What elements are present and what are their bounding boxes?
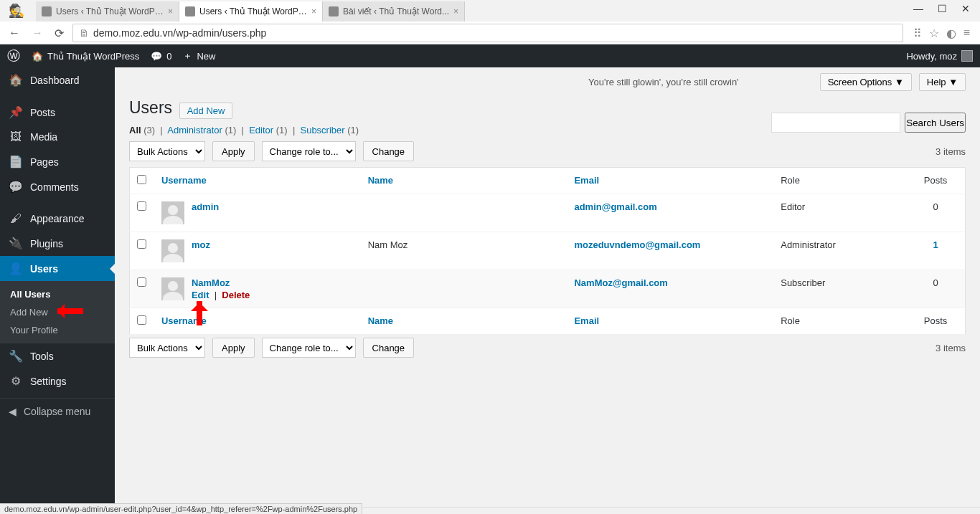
bulk-actions-select[interactable]: Bulk Actions bbox=[129, 141, 205, 161]
avatar bbox=[161, 277, 184, 300]
change-button[interactable]: Change bbox=[363, 141, 415, 161]
search-input[interactable] bbox=[771, 113, 900, 133]
profile-icon[interactable]: ◐ bbox=[946, 27, 956, 40]
posts-cell: 1 bbox=[906, 232, 965, 270]
menu-dashboard[interactable]: 🏠Dashboard bbox=[0, 67, 115, 92]
username-link[interactable]: admin bbox=[192, 201, 219, 212]
col-name[interactable]: Name bbox=[368, 175, 393, 186]
change-button[interactable]: Change bbox=[363, 338, 415, 358]
username-link[interactable]: NamMoz bbox=[192, 277, 230, 288]
help-button[interactable]: Help ▼ bbox=[919, 73, 966, 91]
edit-link[interactable]: Edit bbox=[192, 290, 209, 300]
collapse-label: Collapse menu bbox=[24, 406, 90, 417]
table-row: moz Nam Moz mozeduvndemo@gmail.com Admin… bbox=[130, 232, 966, 270]
col-posts: Posts bbox=[924, 315, 948, 326]
maximize-icon[interactable]: ☐ bbox=[938, 3, 947, 14]
role-cell: Editor bbox=[773, 194, 906, 232]
change-role-select[interactable]: Change role to... bbox=[262, 338, 356, 358]
count: (1) bbox=[225, 125, 236, 135]
apply-button[interactable]: Apply bbox=[212, 141, 255, 161]
submenu-add-new[interactable]: Add New bbox=[0, 303, 115, 321]
menu-label: Pages bbox=[30, 156, 59, 168]
home-icon: 🏠 bbox=[32, 51, 43, 62]
comment-icon: 💬 bbox=[9, 180, 23, 194]
col-username[interactable]: Username bbox=[161, 175, 207, 186]
browser-tab-active[interactable]: Users ‹ Thủ Thuật WordPr...× bbox=[179, 1, 323, 22]
new-label: New bbox=[197, 51, 215, 62]
menu-comments[interactable]: 💬Comments bbox=[0, 174, 115, 199]
url-input[interactable]: 🗎demo.moz.edu.vn/wp-admin/users.php bbox=[72, 24, 903, 42]
row-checkbox[interactable] bbox=[137, 239, 146, 249]
user-icon: 👤 bbox=[9, 262, 23, 275]
search-button[interactable]: Search Users bbox=[905, 113, 966, 133]
posts-link[interactable]: 1 bbox=[933, 239, 938, 250]
add-new-button[interactable]: Add New bbox=[179, 103, 233, 119]
close-window-icon[interactable]: ✕ bbox=[961, 3, 970, 14]
menu-icon[interactable]: ≡ bbox=[963, 27, 970, 40]
email-link[interactable]: mozeduvndemo@gmail.com bbox=[574, 239, 700, 250]
change-role-select[interactable]: Change role to... bbox=[262, 141, 356, 161]
username-link[interactable]: moz bbox=[192, 239, 210, 250]
filter-editor[interactable]: Editor bbox=[249, 125, 273, 135]
row-actions: Edit | Delete bbox=[192, 290, 250, 300]
filter-administrator[interactable]: Administrator bbox=[167, 125, 222, 135]
table-row: admin admin@gmail.com Editor 0 bbox=[130, 194, 966, 232]
tab-close-icon[interactable]: × bbox=[311, 6, 316, 16]
comments-link[interactable]: 💬0 bbox=[151, 51, 171, 62]
screen-options-button[interactable]: Screen Options ▼ bbox=[820, 73, 912, 91]
row-checkbox[interactable] bbox=[137, 201, 146, 211]
menu-plugins[interactable]: 🔌Plugins bbox=[0, 231, 115, 256]
howdy-text: Howdy, moz bbox=[906, 51, 957, 62]
howdy-link[interactable]: Howdy, moz bbox=[906, 50, 973, 62]
select-all-checkbox[interactable] bbox=[137, 315, 146, 325]
collapse-menu[interactable]: ◀Collapse menu bbox=[0, 398, 115, 424]
incognito-icon: 🕵 bbox=[9, 3, 24, 19]
menu-media[interactable]: 🖼Media bbox=[0, 125, 115, 149]
menu-appearance[interactable]: 🖌Appearance bbox=[0, 206, 115, 231]
posts-cell: 0 bbox=[906, 270, 965, 308]
submenu-your-profile[interactable]: Your Profile bbox=[0, 321, 115, 339]
tab-close-icon[interactable]: × bbox=[453, 6, 458, 16]
menu-settings[interactable]: ⚙Settings bbox=[0, 368, 115, 394]
filter-subscriber[interactable]: Subscriber bbox=[300, 125, 344, 135]
reload-icon[interactable]: ⟳ bbox=[52, 27, 67, 40]
bulk-actions-select[interactable]: Bulk Actions bbox=[129, 338, 205, 358]
col-email[interactable]: Email bbox=[574, 175, 599, 186]
filter-all[interactable]: All bbox=[129, 125, 141, 135]
delete-link[interactable]: Delete bbox=[222, 290, 250, 300]
email-link[interactable]: NamMoz@gmail.com bbox=[574, 277, 667, 288]
posts-cell: 0 bbox=[906, 194, 965, 232]
menu-users[interactable]: 👤Users bbox=[0, 256, 115, 281]
pin-icon: 📌 bbox=[9, 105, 23, 119]
tab-close-icon[interactable]: × bbox=[168, 6, 173, 16]
page-title: Users bbox=[129, 98, 172, 118]
browser-tab[interactable]: Bài viết ‹ Thủ Thuật Word...× bbox=[323, 1, 465, 22]
menu-tools[interactable]: 🔧Tools bbox=[0, 343, 115, 368]
row-checkbox[interactable] bbox=[137, 277, 146, 287]
wp-logo[interactable]: ⓦ bbox=[7, 47, 20, 65]
favicon-icon bbox=[42, 6, 52, 16]
back-icon[interactable]: ← bbox=[6, 27, 23, 39]
submenu-label: Your Profile bbox=[10, 325, 58, 335]
col-name[interactable]: Name bbox=[368, 315, 393, 326]
comments-count: 0 bbox=[166, 51, 171, 62]
site-link[interactable]: 🏠Thủ Thuật WordPress bbox=[32, 51, 139, 62]
media-icon: 🖼 bbox=[9, 130, 23, 143]
browser-tab[interactable]: Users ‹ Thủ Thuật WordPr...× bbox=[36, 1, 179, 22]
site-name: Thủ Thuật WordPress bbox=[47, 51, 139, 62]
translate-icon[interactable]: ⠿ bbox=[913, 27, 922, 40]
select-all-checkbox[interactable] bbox=[137, 175, 146, 184]
new-link[interactable]: ＋New bbox=[183, 49, 215, 62]
apply-button[interactable]: Apply bbox=[212, 338, 255, 358]
menu-pages[interactable]: 📄Pages bbox=[0, 149, 115, 174]
menu-label: Dashboard bbox=[30, 75, 80, 86]
bookmark-icon[interactable]: ☆ bbox=[929, 27, 939, 40]
submenu-all-users[interactable]: All Users bbox=[0, 285, 115, 303]
email-link[interactable]: admin@gmail.com bbox=[574, 201, 656, 212]
menu-posts[interactable]: 📌Posts bbox=[0, 100, 115, 125]
col-username[interactable]: Username bbox=[161, 315, 207, 326]
col-email[interactable]: Email bbox=[574, 315, 599, 326]
name-cell bbox=[361, 270, 567, 308]
gear-icon: ⚙ bbox=[9, 374, 23, 388]
minimize-icon[interactable]: — bbox=[913, 3, 923, 14]
